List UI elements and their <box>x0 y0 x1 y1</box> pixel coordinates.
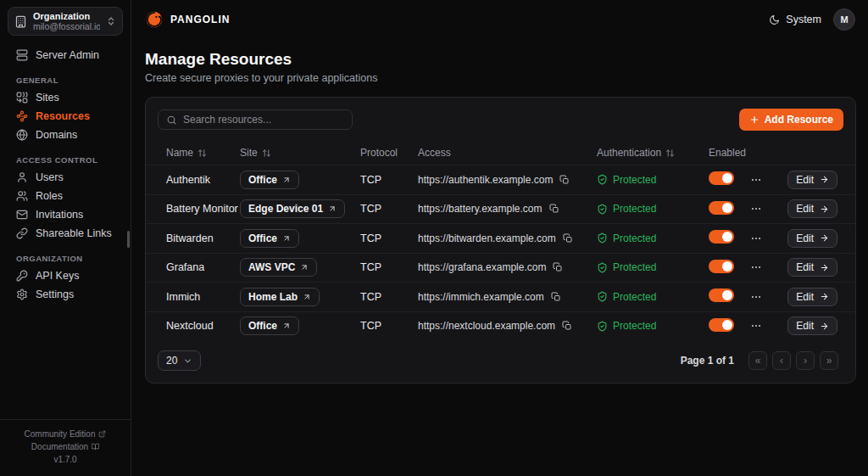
enabled-cell <box>709 230 748 246</box>
sidebar-item-settings[interactable]: Settings <box>8 285 123 304</box>
arrow-right-icon <box>820 292 829 301</box>
shield-check-icon <box>597 204 608 215</box>
sidebar-item-server-admin[interactable]: Server Admin <box>8 46 123 64</box>
edit-button[interactable]: Edit <box>787 288 837 306</box>
double-chevron-left-icon: « <box>755 355 761 367</box>
row-menu-button[interactable] <box>750 320 762 332</box>
sidebar-item-label: Invitations <box>36 209 83 221</box>
row-menu-button[interactable] <box>750 261 762 273</box>
edit-label: Edit <box>796 291 814 303</box>
toggle-knob <box>722 261 732 272</box>
site-link-chip[interactable]: Office <box>240 316 299 335</box>
next-page-button[interactable]: › <box>796 351 815 370</box>
enabled-toggle[interactable] <box>709 288 734 302</box>
org-texts: Organization milo@fossorial.io's ... <box>33 11 100 31</box>
resource-name: Immich <box>166 291 240 303</box>
edit-button[interactable]: Edit <box>787 199 837 218</box>
sidebar-item-domains[interactable]: Domains <box>8 126 123 144</box>
authentication-label: Protected <box>613 232 656 244</box>
documentation-link[interactable]: Documentation <box>0 440 131 453</box>
site-link-chip[interactable]: Edge Device 01 <box>240 199 345 218</box>
external-link-icon <box>98 430 106 438</box>
resources-icon <box>16 110 28 122</box>
copy-icon <box>563 233 573 244</box>
site-cell: Office <box>240 229 360 248</box>
table-row: Bitwarden Office TCP https://bitwarden.e… <box>146 223 855 253</box>
access-cell: https://authentik.example.com <box>418 174 597 186</box>
arrow-up-right-icon <box>282 234 291 243</box>
copy-url-button[interactable] <box>563 233 573 244</box>
access-cell: https://nextcloud.example.com <box>418 320 597 332</box>
site-name: Office <box>248 232 277 244</box>
authentication-status: Protected <box>597 232 709 244</box>
theme-toggle-button[interactable]: System <box>769 14 821 25</box>
access-url: https://grafana.example.com <box>418 261 546 273</box>
gear-icon <box>16 288 28 300</box>
enabled-toggle[interactable] <box>709 318 734 332</box>
table-header-row: Name Site Protocol Access Authenticati <box>146 141 855 165</box>
community-edition-link[interactable]: Community Edition <box>0 428 131 440</box>
topbar-right: System M <box>769 8 855 31</box>
shield-check-icon <box>597 321 608 332</box>
sidebar-scrollbar-thumb[interactable] <box>127 231 130 248</box>
toggle-knob <box>722 173 732 183</box>
sort-icon[interactable] <box>665 148 675 158</box>
sort-icon[interactable] <box>262 148 271 158</box>
copy-url-button[interactable] <box>553 262 563 272</box>
copy-url-button[interactable] <box>562 321 572 331</box>
sidebar: Organization milo@fossorial.io's ... Ser… <box>0 0 131 476</box>
sidebar-item-api-keys[interactable]: API Keys <box>8 266 123 285</box>
row-menu-button[interactable] <box>750 232 762 244</box>
authentication-label: Protected <box>613 291 656 303</box>
server-icon <box>16 49 28 61</box>
enabled-toggle[interactable] <box>709 260 734 273</box>
edit-button[interactable]: Edit <box>787 229 837 248</box>
row-menu-button[interactable] <box>750 174 762 186</box>
sidebar-item-resources[interactable]: Resources <box>8 107 123 126</box>
table-row: Immich Home Lab TCP https://immich.examp… <box>146 282 855 311</box>
add-resource-button[interactable]: Add Resource <box>739 109 843 131</box>
sidebar-item-roles[interactable]: Roles <box>8 187 123 205</box>
sidebar-item-label: Sites <box>36 92 59 104</box>
edit-button[interactable]: Edit <box>787 258 837 277</box>
copy-icon <box>551 292 561 302</box>
page-subtitle: Create secure proxies to your private ap… <box>145 72 856 84</box>
sidebar-item-sites[interactable]: Sites <box>8 88 123 107</box>
site-link-chip[interactable]: Home Lab <box>240 288 320 306</box>
enabled-toggle[interactable] <box>709 230 734 244</box>
shield-check-icon <box>597 291 608 302</box>
edit-button[interactable]: Edit <box>787 171 837 189</box>
enabled-toggle[interactable] <box>709 171 734 185</box>
edit-label: Edit <box>796 261 814 273</box>
copy-url-button[interactable] <box>549 204 559 214</box>
enabled-toggle[interactable] <box>709 201 734 215</box>
site-link-chip[interactable]: Office <box>240 171 299 189</box>
table-row: Grafana AWS VPC TCP https://grafana.exam… <box>146 253 855 283</box>
row-menu-button[interactable] <box>750 291 762 303</box>
resource-protocol: TCP <box>360 203 418 215</box>
table-row: Battery Monitor Edge Device 01 TCP https… <box>146 194 855 224</box>
org-selector[interactable]: Organization milo@fossorial.io's ... <box>8 7 123 36</box>
sort-icon[interactable] <box>198 148 207 158</box>
sidebar-item-users[interactable]: Users <box>8 168 123 187</box>
site-link-chip[interactable]: AWS VPC <box>240 258 317 277</box>
copy-url-button[interactable] <box>551 292 561 302</box>
column-header-authentication: Authentication <box>597 147 709 159</box>
search-input[interactable] <box>183 114 344 126</box>
sidebar-item-invitations[interactable]: Invitations <box>8 205 123 224</box>
edit-button[interactable]: Edit <box>787 316 837 335</box>
arrow-up-right-icon <box>300 263 309 272</box>
site-cell: Home Lab <box>240 288 360 306</box>
row-menu-button[interactable] <box>750 203 762 215</box>
header-label: Site <box>240 147 258 159</box>
site-link-chip[interactable]: Office <box>240 229 299 248</box>
page-size-select[interactable]: 20 <box>158 350 201 371</box>
resource-protocol: TCP <box>360 291 418 303</box>
last-page-button[interactable]: » <box>820 351 838 370</box>
first-page-button[interactable]: « <box>748 351 767 370</box>
prev-page-button[interactable]: ‹ <box>772 351 791 370</box>
copy-url-button[interactable] <box>559 175 570 185</box>
avatar[interactable]: M <box>833 8 855 31</box>
access-cell: https://battery.example.com <box>418 203 597 215</box>
sidebar-item-shareable-links[interactable]: Shareable Links <box>8 224 123 243</box>
